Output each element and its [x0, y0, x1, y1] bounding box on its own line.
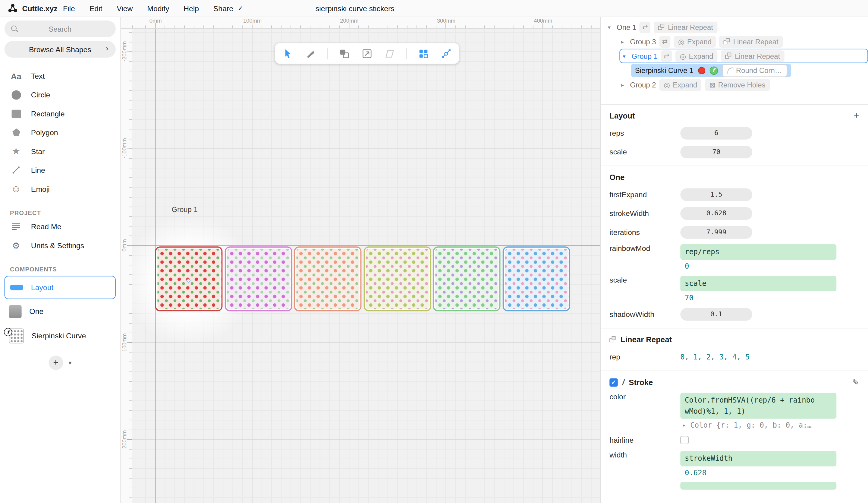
- modifier-chip[interactable]: ⇄: [661, 50, 672, 62]
- disclosure-closed-icon[interactable]: ▸: [683, 422, 688, 428]
- disclosure-closed-icon[interactable]: ▸: [621, 82, 627, 88]
- param-value-field[interactable]: 7.999: [680, 226, 752, 238]
- origin-marker[interactable]: [187, 279, 190, 283]
- sticker-tile[interactable]: [433, 246, 500, 311]
- chevron-right-icon: ›: [106, 43, 108, 52]
- sticker-tile[interactable]: [294, 246, 361, 311]
- ruler-label: 300mm: [434, 18, 458, 24]
- sidebar: Browse All Shapes › Aa Text Circle Recta…: [0, 17, 121, 503]
- round-corners-chip[interactable]: Round Corn…: [722, 64, 787, 76]
- pencil-edit-icon[interactable]: ✎: [852, 377, 859, 387]
- shape-tool-circle[interactable]: Circle: [4, 85, 116, 104]
- menubar: Cuttle.xyz File Edit View Modify Help Sh…: [0, 0, 868, 17]
- param-value-field[interactable]: 0.628: [680, 207, 752, 219]
- shape-tool-line[interactable]: Line: [4, 161, 116, 179]
- add-parameter-button[interactable]: +: [854, 110, 859, 122]
- shape-label: Emoji: [31, 185, 50, 193]
- stroke-formula-swatch[interactable]: f: [710, 66, 718, 74]
- component-item-one[interactable]: One: [4, 299, 116, 324]
- search-icon: [11, 25, 18, 33]
- repeat-tool-icon[interactable]: [417, 47, 430, 59]
- sticker-tile[interactable]: [225, 246, 292, 311]
- readme-icon: [9, 219, 23, 234]
- param-value-field[interactable]: 70: [680, 145, 752, 158]
- disclosure-closed-icon[interactable]: ▸: [621, 39, 627, 45]
- chevron-down-icon[interactable]: ▾: [69, 359, 71, 366]
- param-value-field[interactable]: 1.5: [680, 188, 752, 201]
- hairline-checkbox[interactable]: [680, 436, 689, 444]
- expand-chip[interactable]: ◎ Expand: [674, 35, 716, 47]
- disclosure-open-icon[interactable]: ▾: [608, 24, 613, 30]
- linear-repeat-chip[interactable]: Linear Repeat: [720, 35, 783, 47]
- menu-nav: File Edit View Modify Help Share ✓: [63, 4, 243, 13]
- menu-file[interactable]: File: [63, 4, 75, 13]
- hierarchy-label: Group 3: [630, 38, 656, 46]
- ruler-label: 0mm: [121, 232, 127, 259]
- rectangle-icon: [11, 110, 21, 118]
- shape-tool-emoji[interactable]: ☺ Emoji: [4, 179, 116, 198]
- search-field[interactable]: [4, 21, 116, 37]
- section-title: Stroke: [629, 378, 653, 387]
- browse-all-shapes-button[interactable]: Browse All Shapes ›: [4, 41, 116, 58]
- canvas-viewport[interactable]: Group 1: [132, 28, 600, 503]
- component-label: One: [29, 307, 43, 316]
- width-formula-field[interactable]: strokeWidth: [680, 451, 836, 466]
- boolean-tool-icon[interactable]: [338, 47, 350, 59]
- modifier-chip[interactable]: ⇄: [659, 35, 671, 47]
- menu-share[interactable]: Share: [214, 4, 233, 13]
- ruler-label: 200mm: [337, 18, 362, 24]
- layout-section: Layout + reps 6 scale 70: [601, 105, 868, 166]
- sidebar-item-readme[interactable]: Read Me: [4, 217, 116, 236]
- sticker-tile[interactable]: [363, 246, 431, 311]
- skew-tool-icon[interactable]: [384, 47, 396, 59]
- formula-field[interactable]: rep/reps: [680, 244, 836, 260]
- select-tool-icon[interactable]: [282, 47, 294, 59]
- component-item-layout[interactable]: Layout: [4, 276, 116, 299]
- menu-view[interactable]: View: [117, 4, 133, 13]
- linear-repeat-chip[interactable]: Linear Repeat: [721, 50, 785, 62]
- linear-repeat-chip[interactable]: Linear Repeat: [654, 21, 717, 33]
- ruler-label: 400mm: [531, 18, 555, 24]
- hierarchy-row-group-3[interactable]: ▸ Group 3 ⇄ ◎ Expand Linear Repeat: [601, 34, 868, 49]
- menu-modify[interactable]: Modify: [147, 4, 169, 13]
- color-result: Color {r: 1, g: 0, b: 0, a:…: [690, 421, 812, 429]
- component-label: Sierpinski Curve: [32, 331, 86, 340]
- canvas-area: 0mm 100mm 200mm 300mm 400mm -200mm -100m…: [121, 17, 600, 503]
- canvas-group-label: Group 1: [172, 205, 197, 214]
- param-value-field[interactable]: 6: [680, 127, 752, 139]
- sidebar-item-label: Read Me: [31, 222, 61, 231]
- menu-help[interactable]: Help: [184, 4, 199, 13]
- shape-tool-rectangle[interactable]: Rectangle: [4, 104, 116, 123]
- disclosure-open-icon[interactable]: ▾: [623, 53, 628, 59]
- hierarchy-row-group-1-selected[interactable]: ▾ Group 1 ⇄ ◎ Expand Linear Repeat: [619, 49, 868, 63]
- sidebar-item-units-settings[interactable]: ⚙ Units & Settings: [4, 236, 116, 255]
- param-label: iterations: [609, 228, 680, 236]
- menu-edit[interactable]: Edit: [90, 4, 103, 13]
- expand-chip[interactable]: ◎ Expand: [675, 50, 717, 62]
- remove-holes-chip[interactable]: ⊠ Remove Holes: [705, 79, 770, 91]
- formula-field[interactable]: scale: [680, 276, 836, 291]
- color-formula-field[interactable]: Color.fromHSVA((rep/6 + rainbo wMod)%1, …: [680, 393, 836, 419]
- linear-repeat-icon: [724, 38, 731, 45]
- hierarchy-row-group-2[interactable]: ▸ Group 2 ◎ Expand ⊠ Remove Holes: [601, 78, 868, 92]
- node-tool-icon[interactable]: [440, 47, 452, 59]
- component-item-sierpinski-curve[interactable]: f Sierpinski Curve: [4, 324, 116, 348]
- add-component-button[interactable]: +: [49, 356, 63, 370]
- clipped-formula-field[interactable]: [680, 482, 836, 490]
- modifier-chip[interactable]: ⇄: [640, 21, 651, 33]
- search-input[interactable]: [4, 24, 116, 33]
- param-value-field[interactable]: 0.1: [680, 308, 752, 320]
- hierarchy-row-sierpinski-curve-1[interactable]: Sierpinski Curve 1 f Round Corn…: [601, 63, 868, 78]
- stroke-enabled-checkbox[interactable]: ✓: [609, 378, 618, 387]
- shape-tool-text[interactable]: Aa Text: [4, 66, 116, 85]
- scale-tool-icon[interactable]: [361, 47, 373, 59]
- shape-label: Rectangle: [31, 110, 65, 118]
- knife-tool-icon[interactable]: [304, 47, 317, 59]
- sticker-tile[interactable]: [503, 246, 570, 311]
- hierarchy-row-one-1[interactable]: ▾ One 1 ⇄ Linear Repeat: [601, 20, 868, 34]
- shape-tool-star[interactable]: ★ Star: [4, 142, 116, 161]
- hierarchy-label: Sierpinski Curve 1: [635, 66, 693, 74]
- expand-chip[interactable]: ◎ Expand: [659, 79, 702, 91]
- shape-tool-polygon[interactable]: Polygon: [4, 123, 116, 142]
- fill-color-swatch[interactable]: [698, 66, 705, 74]
